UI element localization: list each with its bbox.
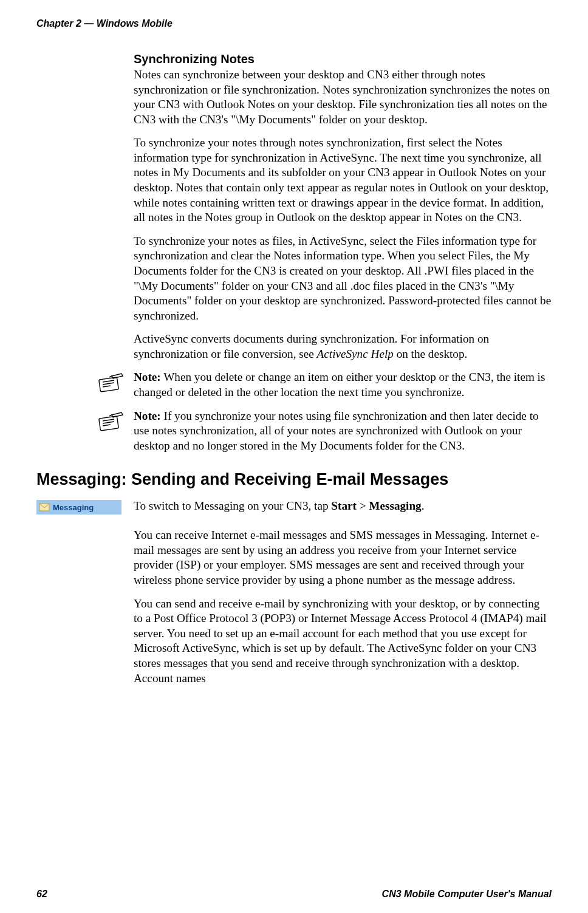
svg-line-4	[109, 376, 112, 377]
heading-synchronizing-notes: Synchronizing Notes	[134, 52, 552, 66]
main-content: Synchronizing Notes Notes can synchroniz…	[134, 52, 552, 686]
heading-messaging: Messaging: Sending and Receiving E-mail …	[36, 470, 552, 489]
paragraph: To synchronize your notes as files, in A…	[134, 234, 552, 323]
paragraph: Notes can synchronize between your deskt…	[134, 67, 552, 127]
svg-line-9	[109, 415, 112, 416]
page-number: 62	[36, 889, 47, 900]
paragraph: ActiveSync converts documents during syn…	[134, 332, 552, 361]
note-icon-cell	[97, 370, 134, 395]
paragraph: You can send and receive e-mail by synch…	[134, 597, 552, 686]
note-icon-cell	[97, 409, 134, 434]
svg-line-6	[103, 419, 114, 421]
paragraph: You can receive Internet e-mail messages…	[134, 528, 552, 587]
messaging-app-icon: Messaging	[36, 500, 121, 515]
svg-line-7	[103, 422, 114, 423]
page-header: Chapter 2 — Windows Mobile	[36, 18, 552, 29]
chapter-label: Chapter 2 — Windows Mobile	[36, 18, 173, 29]
svg-rect-0	[99, 377, 118, 392]
note-block: Note: When you delete or change an item …	[97, 370, 552, 400]
text: >	[357, 499, 369, 512]
text-italic: ActiveSync Help	[317, 347, 394, 360]
messaging-intro-text: To switch to Messaging on your CN3, tap …	[134, 499, 552, 514]
svg-rect-5	[99, 416, 118, 431]
text-bold: Messaging	[369, 499, 421, 512]
svg-line-1	[103, 380, 114, 382]
note-label: Note:	[134, 371, 161, 383]
messaging-intro-row: Messaging To switch to Messaging on your…	[36, 499, 552, 515]
note-label: Note:	[134, 409, 161, 422]
note-icon	[97, 372, 124, 393]
note-body: When you delete or change an item on eit…	[134, 371, 545, 398]
paragraph: To synchronize your notes through notes …	[134, 135, 552, 225]
page: Chapter 2 — Windows Mobile Synchronizing…	[0, 0, 588, 913]
svg-line-8	[103, 425, 111, 426]
text: on the desktop.	[394, 347, 468, 360]
text: To switch to Messaging on your CN3, tap	[134, 499, 331, 512]
text-bold: Start	[331, 499, 357, 512]
note-icon	[97, 411, 124, 432]
envelope-icon	[39, 503, 50, 511]
text: .	[422, 499, 425, 512]
svg-line-3	[103, 386, 111, 387]
note-body: If you synchronize your notes using file…	[134, 409, 539, 452]
note-text: Note: If you synchronize your notes usin…	[134, 409, 552, 454]
messaging-pill-label: Messaging	[53, 503, 94, 512]
note-text: Note: When you delete or change an item …	[134, 370, 552, 400]
page-footer: 62 CN3 Mobile Computer User's Manual	[36, 889, 552, 900]
note-block: Note: If you synchronize your notes usin…	[97, 409, 552, 454]
manual-title: CN3 Mobile Computer User's Manual	[382, 889, 552, 900]
svg-line-2	[103, 383, 114, 385]
